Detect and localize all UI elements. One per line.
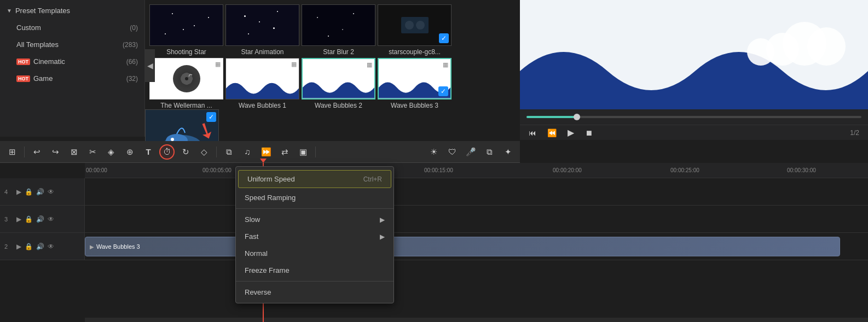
wave-bubbles-2-label: Wave Bubbles 2 [315, 102, 362, 109]
shield-btn[interactable]: 🛡 [444, 144, 460, 160]
track-4-lock[interactable]: 🔒 [25, 188, 33, 196]
delete-btn[interactable]: ⊠ [66, 144, 82, 160]
text-btn[interactable]: T [141, 144, 156, 160]
thumb-wave-bubbles-2: ▦ [302, 58, 375, 99]
uniform-speed-label: Uniform Speed [247, 175, 295, 183]
track-4-audio[interactable]: 🔊 [36, 188, 44, 196]
rotate-btn[interactable]: ↻ [178, 144, 193, 160]
sidebar-item-custom[interactable]: Custom (0) [0, 19, 144, 36]
film-icon-wave3: ▦ [443, 61, 448, 68]
sun-btn[interactable]: ☀ [426, 144, 441, 160]
track-row-4: 4 ▶ 🔒 🔊 👁 [0, 178, 868, 206]
preview-progress [520, 109, 868, 125]
collapse-icon: ▼ [7, 8, 12, 14]
template-star-animation[interactable]: Star Animation [225, 4, 299, 56]
play-btn[interactable]: ▶ [568, 127, 574, 138]
template-stars-couple[interactable]: ✓ starscouple-gc8... [378, 4, 452, 56]
track-2-content[interactable]: ▶ Wave Bubbles 3 [85, 233, 868, 260]
track-2-eye[interactable]: 👁 [48, 243, 54, 250]
speed2-btn[interactable]: ⏩ [258, 144, 274, 160]
thumb-stars-couple: ✓ [378, 4, 452, 46]
track-4-content[interactable] [85, 178, 868, 205]
track-3-eye[interactable]: 👁 [48, 215, 54, 223]
back-btn[interactable]: ⏪ [547, 128, 557, 137]
sidebar-item-preset-templates[interactable]: ▼ Preset Templates [0, 2, 144, 19]
sidebar-item-all-templates[interactable]: All Templates (283) [0, 36, 144, 53]
track-row-2: 2 ▶ 🔒 🔊 👁 ▶ Wave Bubbles 3 [0, 233, 868, 260]
menu-divider-2 [236, 281, 394, 282]
timeline-tracks: 4 ▶ 🔒 🔊 👁 3 ▶ 🔒 🔊 👁 2 ▶ 🔒 [0, 178, 868, 322]
speed-btn[interactable]: ⏱ [159, 144, 175, 160]
redo-btn[interactable]: ↪ [48, 144, 63, 160]
custom-count: (0) [130, 24, 138, 32]
prev-btn[interactable]: ⏮ [529, 128, 536, 137]
nav-left-arrow[interactable]: ◀ [145, 49, 155, 82]
ruler-mark-0: 00:00:00 [86, 167, 107, 173]
track-3-play[interactable]: ▶ [16, 215, 21, 223]
star-burst-btn[interactable]: ✦ [500, 144, 516, 160]
fast-arrow: ▶ [380, 233, 385, 241]
undo-btn[interactable]: ↩ [29, 144, 44, 160]
h-scrollbar[interactable] [85, 318, 868, 322]
star-animation-label: Star Animation [241, 48, 283, 56]
menu-item-fast[interactable]: Fast ▶ [236, 228, 394, 245]
transition-btn[interactable]: ⇄ [277, 144, 292, 160]
game-count: (32) [126, 75, 138, 83]
film-icon-wave1: ▦ [291, 61, 297, 68]
svg-point-4 [185, 77, 188, 80]
slow-arrow: ▶ [380, 216, 385, 224]
pip-btn[interactable]: ▣ [296, 144, 311, 160]
cut-btn[interactable]: ✂ [85, 144, 100, 160]
menu-item-uniform-speed[interactable]: Uniform Speed Ctrl+R [238, 170, 391, 188]
ruler-marks: 00:00:00 00:00:05:00 00:00:10:00 00:00:1… [85, 163, 868, 178]
menu-item-reverse[interactable]: Reverse [236, 284, 394, 301]
progress-bar[interactable] [526, 116, 861, 118]
mic-btn[interactable]: 🎤 [463, 144, 478, 160]
menu-item-slow[interactable]: Slow ▶ [236, 211, 394, 228]
track-2-audio[interactable]: 🔊 [36, 243, 44, 250]
track-2-lock[interactable]: 🔒 [25, 243, 33, 250]
thumb-wellerman: ▦ [149, 58, 223, 99]
track-4-play[interactable]: ▶ [16, 188, 21, 196]
track-3-audio[interactable]: 🔊 [36, 215, 44, 223]
menu-item-freeze-frame[interactable]: Freeze Frame [236, 262, 394, 279]
tag-btn[interactable]: ◈ [103, 144, 119, 160]
context-menu: Uniform Speed Ctrl+R Speed Ramping Slow … [235, 166, 394, 303]
track-3-content[interactable] [85, 206, 868, 232]
track-3-num: 3 [4, 216, 13, 223]
audio-eq-btn[interactable]: ♫ [240, 144, 255, 160]
ruler-mark-1: 00:00:05:00 [202, 167, 232, 173]
menu-item-speed-ramping[interactable]: Speed Ramping [236, 189, 394, 206]
track-2-play[interactable]: ▶ [16, 243, 21, 250]
track-4-eye[interactable]: 👁 [48, 188, 54, 196]
wave-bubbles-3-clip[interactable]: ▶ Wave Bubbles 3 [85, 237, 840, 256]
template-wellerman[interactable]: ▦ The Wellerman ... [149, 58, 223, 109]
svg-point-1 [405, 21, 414, 30]
sidebar-item-game[interactable]: HOT Game (32) [0, 70, 144, 87]
template-wave-bubbles-1[interactable]: ▦ Wave Bubbles 1 [225, 58, 299, 109]
freeze-frame-label: Freeze Frame [245, 266, 290, 274]
grid-btn[interactable]: ⊞ [4, 144, 20, 160]
track-2-num: 2 [4, 243, 13, 250]
stars-couple-label: starscouple-gc8... [389, 48, 441, 56]
hot-badge-cinematic: HOT [16, 58, 30, 65]
thumb-wave-bubbles-1: ▦ [225, 58, 299, 99]
template-wave-bubbles-3[interactable]: ✓ ▦ Wave Bubbles 3 [378, 58, 452, 109]
template-star-blur-2[interactable]: Star Blur 2 [302, 4, 375, 56]
sidebar-item-cinematic[interactable]: HOT Cinematic (66) [0, 53, 144, 70]
layers-btn[interactable]: ⧉ [482, 144, 497, 160]
sidebar: ▼ Preset Templates Custom (0) All Templa… [0, 0, 145, 137]
adjust-btn[interactable]: ⧉ [221, 144, 236, 160]
crop-btn[interactable]: ⊕ [122, 144, 137, 160]
playhead-arrow [260, 159, 267, 163]
progress-knob[interactable] [574, 114, 580, 120]
track-3-lock[interactable]: 🔒 [25, 215, 33, 223]
cinematic-count: (66) [126, 58, 138, 66]
keyframe-btn[interactable]: ◇ [196, 144, 212, 160]
template-wave-bubbles-2[interactable]: ▦ Wave Bubbles 2 [302, 58, 375, 109]
sidebar-preset-label: Preset Templates [15, 7, 138, 15]
timeline-area: 00:00:00 00:00:05:00 00:00:10:00 00:00:1… [0, 163, 868, 322]
template-shooting-star[interactable]: Shooting Star [149, 4, 223, 56]
menu-item-normal[interactable]: Normal [236, 245, 394, 262]
stop-btn[interactable]: ⏹ [585, 128, 593, 137]
